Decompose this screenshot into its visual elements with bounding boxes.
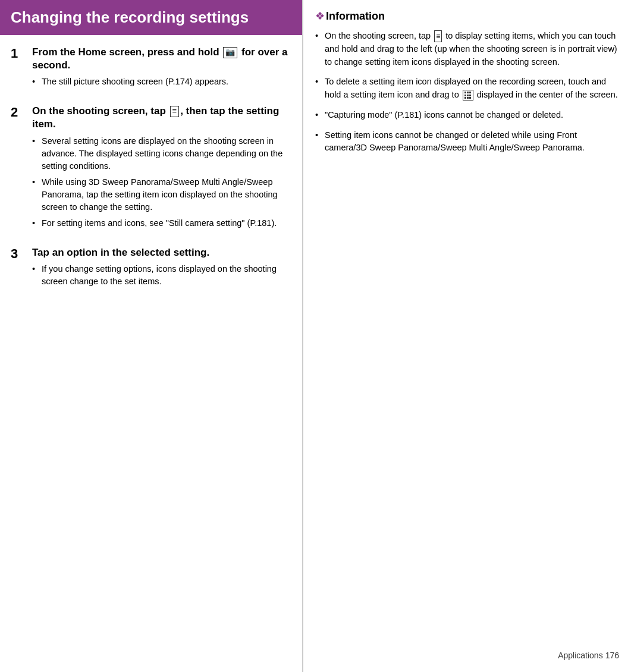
page-title: Changing the recording settings — [11, 8, 291, 27]
camera-icon: 📷 — [223, 47, 237, 58]
list-item: To delete a setting item icon displayed … — [315, 76, 619, 102]
list-item: "Capturing mode" (P.181) icons cannot be… — [315, 109, 619, 122]
step-2-content: On the shooting screen, tap ≡, then tap … — [32, 105, 291, 233]
header-box: Changing the recording settings — [0, 0, 302, 35]
menu-icon: ≡ — [170, 106, 180, 117]
step-2-number: 2 — [11, 105, 32, 120]
step-1-number: 1 — [11, 46, 32, 61]
footer-label: Applications — [558, 651, 603, 660]
footer-page: 176 — [605, 651, 619, 660]
info-heading: ❖ Information — [315, 10, 619, 23]
list-item: Setting item icons cannot be changed or … — [315, 129, 619, 155]
information-title: Information — [326, 10, 385, 23]
step-2-bullets: Several setting icons are displayed on t… — [32, 135, 291, 230]
left-content: 1 From the Home screen, press and hold 📷… — [0, 35, 302, 672]
left-column: Changing the recording settings 1 From t… — [0, 0, 303, 672]
step-3-content: Tap an option in the selected setting. I… — [32, 246, 291, 291]
list-item: Several setting icons are displayed on t… — [32, 135, 291, 172]
step-1-content: From the Home screen, press and hold 📷 f… — [32, 46, 291, 92]
list-item: The still picture shooting screen (P.174… — [32, 76, 291, 88]
diamond-icon: ❖ — [315, 10, 325, 23]
step-1-bullets: The still picture shooting screen (P.174… — [32, 76, 291, 88]
footer-area: Applications 176 — [315, 639, 619, 660]
step-2-heading: On the shooting screen, tap ≡, then tap … — [32, 105, 291, 131]
list-item: For setting items and icons, see "Still … — [32, 217, 291, 230]
list-item: On the shooting screen, tap ≡ to display… — [315, 30, 619, 68]
step-3-number: 3 — [11, 246, 32, 262]
list-item: If you change setting options, icons dis… — [32, 263, 291, 288]
step-1: 1 From the Home screen, press and hold 📷… — [11, 46, 291, 92]
step-3-heading: Tap an option in the selected setting. — [32, 246, 291, 259]
grid-icon — [463, 90, 473, 101]
right-column: ❖ Information On the shooting screen, ta… — [303, 0, 631, 672]
info-list: On the shooting screen, tap ≡ to display… — [315, 30, 619, 162]
step-2: 2 On the shooting screen, tap ≡, then ta… — [11, 105, 291, 233]
list-item: While using 3D Sweep Panorama/Sweep Mult… — [32, 176, 291, 213]
menu-icon-small: ≡ — [434, 30, 442, 42]
step-3: 3 Tap an option in the selected setting.… — [11, 246, 291, 291]
step-3-bullets: If you change setting options, icons dis… — [32, 263, 291, 288]
step-1-heading: From the Home screen, press and hold 📷 f… — [32, 46, 291, 72]
